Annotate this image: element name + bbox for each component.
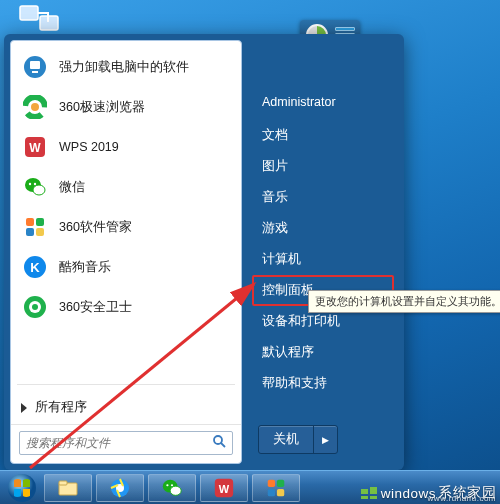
svg-point-22 xyxy=(214,436,222,444)
svg-rect-16 xyxy=(36,228,44,236)
windows-orb-icon xyxy=(7,473,37,503)
svg-point-32 xyxy=(166,484,168,486)
tooltip-control-panel: 更改您的计算机设置并自定义其功能。 xyxy=(308,290,500,313)
all-programs[interactable]: 所有程序 xyxy=(11,391,241,424)
svg-point-6 xyxy=(31,103,39,111)
svg-point-10 xyxy=(33,185,45,195)
right-item-3[interactable]: 游戏 xyxy=(252,213,394,244)
safe360-icon xyxy=(21,293,49,321)
app-item-safe360[interactable]: 360安全卫士 xyxy=(13,287,239,327)
all-programs-label: 所有程序 xyxy=(35,399,87,416)
triangle-icon xyxy=(21,403,27,413)
search-icon xyxy=(212,434,226,452)
app-item-wps[interactable]: WWPS 2019 xyxy=(13,127,239,167)
watermark-logo-icon xyxy=(359,485,379,501)
right-item-2[interactable]: 音乐 xyxy=(252,182,394,213)
svg-point-33 xyxy=(171,484,173,486)
app-item-softmgr[interactable]: 360软件管家 xyxy=(13,207,239,247)
svg-rect-36 xyxy=(268,479,275,486)
right-item-8[interactable]: 帮助和支持 xyxy=(252,368,394,399)
user-name[interactable]: Administrator xyxy=(252,88,394,116)
svg-point-21 xyxy=(32,304,38,310)
start-button[interactable] xyxy=(4,472,40,504)
taskbar-item-softmgr[interactable] xyxy=(252,474,300,502)
start-menu: 强力卸载电脑中的软件360极速浏览器WWPS 2019微信360软件管家K酷狗音… xyxy=(4,34,404,470)
taskbar-item-browser[interactable] xyxy=(96,474,144,502)
browser-icon xyxy=(109,477,131,499)
shutdown-label: 关机 xyxy=(259,426,314,453)
svg-text:W: W xyxy=(29,141,41,155)
kugou-icon: K xyxy=(21,253,49,281)
svg-text:K: K xyxy=(30,260,40,275)
wps-icon: W xyxy=(21,133,49,161)
right-item-4[interactable]: 计算机 xyxy=(252,244,394,275)
watermark: windows系统家园 www.ruhaifu.com xyxy=(359,484,496,502)
svg-rect-27 xyxy=(59,481,67,485)
svg-point-25 xyxy=(8,474,36,502)
start-menu-left-pane: 强力卸载电脑中的软件360极速浏览器WWPS 2019微信360软件管家K酷狗音… xyxy=(10,40,242,464)
taskbar-item-wechat[interactable] xyxy=(148,474,196,502)
svg-rect-13 xyxy=(26,218,34,226)
wps-icon: W xyxy=(213,477,235,499)
app-label: 360软件管家 xyxy=(59,219,132,236)
uninstall-icon xyxy=(21,53,49,81)
pinned-apps-list: 强力卸载电脑中的软件360极速浏览器WWPS 2019微信360软件管家K酷狗音… xyxy=(11,41,241,378)
watermark-url: www.ruhaifu.com xyxy=(428,494,496,503)
taskbar-item-wps[interactable]: W xyxy=(200,474,248,502)
svg-rect-37 xyxy=(277,479,284,486)
start-menu-right-pane: Administrator 文档图片音乐游戏计算机控制面板设备和打印机默认程序帮… xyxy=(242,34,404,470)
explorer-icon xyxy=(57,477,79,499)
browser360-icon xyxy=(21,93,49,121)
app-label: 微信 xyxy=(59,179,85,196)
app-label: WPS 2019 xyxy=(59,140,119,154)
svg-point-31 xyxy=(170,486,181,495)
svg-rect-0 xyxy=(20,6,38,20)
app-label: 360安全卫士 xyxy=(59,299,132,316)
svg-rect-14 xyxy=(36,218,44,226)
app-item-wechat[interactable]: 微信 xyxy=(13,167,239,207)
app-item-uninstall[interactable]: 强力卸载电脑中的软件 xyxy=(13,47,239,87)
svg-line-23 xyxy=(221,443,225,447)
desktop: 网络 强力卸载电脑中的软件360极速浏览器WWPS 2019微信360软件管家K… xyxy=(0,0,500,504)
svg-text:W: W xyxy=(219,482,230,494)
softmgr-icon xyxy=(21,213,49,241)
app-label: 强力卸载电脑中的软件 xyxy=(59,59,189,76)
svg-point-11 xyxy=(29,183,31,185)
search-box[interactable] xyxy=(19,431,233,455)
svg-rect-3 xyxy=(30,61,40,69)
svg-rect-38 xyxy=(268,488,275,495)
svg-rect-15 xyxy=(26,228,34,236)
shutdown-menu-arrow[interactable]: ▶ xyxy=(314,430,337,450)
right-item-0[interactable]: 文档 xyxy=(252,120,394,151)
svg-rect-4 xyxy=(32,71,38,73)
svg-rect-39 xyxy=(277,488,284,495)
app-label: 360极速浏览器 xyxy=(59,99,145,116)
separator xyxy=(17,384,235,385)
wechat-icon xyxy=(21,173,49,201)
taskbar-item-explorer[interactable] xyxy=(44,474,92,502)
app-label: 酷狗音乐 xyxy=(59,259,111,276)
softmgr-icon xyxy=(265,477,287,499)
svg-point-12 xyxy=(34,183,36,185)
search-input[interactable] xyxy=(26,436,212,450)
app-item-kugou[interactable]: K酷狗音乐 xyxy=(13,247,239,287)
right-item-7[interactable]: 默认程序 xyxy=(252,337,394,368)
search-wrap xyxy=(11,424,241,463)
app-item-browser360[interactable]: 360极速浏览器 xyxy=(13,87,239,127)
shutdown-button[interactable]: 关机 ▶ xyxy=(258,425,338,454)
right-item-1[interactable]: 图片 xyxy=(252,151,394,182)
shutdown-row: 关机 ▶ xyxy=(252,421,394,460)
wechat-icon xyxy=(161,477,183,499)
